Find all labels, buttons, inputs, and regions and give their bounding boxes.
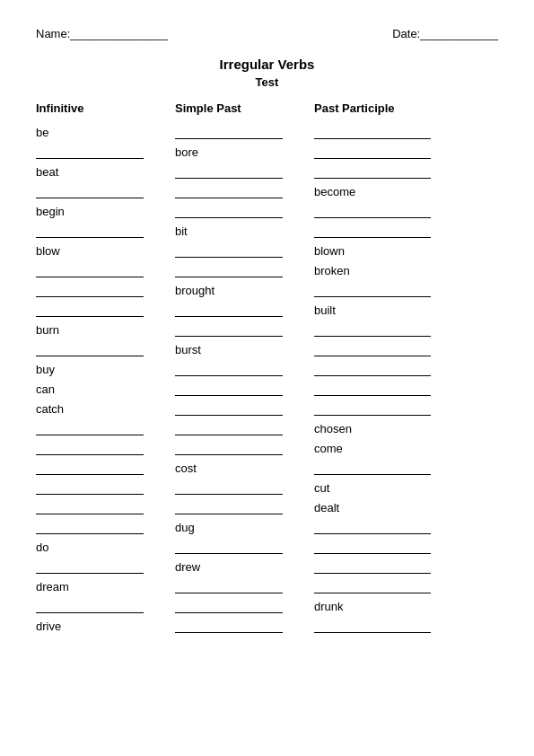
row-12-past-participle	[314, 359, 471, 379]
row-2-simple-past	[175, 162, 314, 181]
row-24-simple-past	[175, 596, 314, 616]
row-24-past-participle: drunk	[314, 596, 471, 616]
row-10-past-participle	[314, 320, 471, 339]
row-25-past-participle	[314, 616, 471, 636]
row-23-infinitive: dream	[36, 576, 175, 596]
row-15-past-participle: chosen	[314, 418, 471, 438]
row-5-past-participle	[314, 221, 471, 241]
row-23-simple-past	[175, 576, 314, 596]
row-13-infinitive: can	[36, 379, 175, 399]
row-6-infinitive: blow	[36, 241, 175, 260]
row-3-simple-past	[175, 181, 314, 201]
row-18-past-participle: cut	[314, 478, 471, 497]
row-14-past-participle	[314, 399, 471, 418]
row-25-simple-past	[175, 616, 314, 636]
row-17-past-participle	[314, 458, 471, 478]
row-22-infinitive	[36, 557, 175, 576]
col-past-participle: Past Participle	[314, 101, 471, 115]
row-15-infinitive	[36, 418, 175, 438]
row-9-infinitive	[36, 300, 175, 320]
row-16-simple-past	[175, 438, 314, 458]
row-20-simple-past: dug	[175, 517, 314, 537]
row-6-simple-past	[175, 241, 314, 260]
row-9-past-participle: built	[314, 300, 471, 320]
row-10-simple-past	[175, 320, 314, 339]
col-simple-past: Simple Past	[175, 101, 314, 115]
page-title: Irregular Verbs	[36, 57, 498, 72]
row-7-past-participle: broken	[314, 260, 471, 280]
row-1-past-participle	[314, 142, 471, 162]
row-13-past-participle	[314, 379, 471, 399]
row-6-past-participle: blown	[314, 241, 471, 260]
row-20-infinitive	[36, 517, 175, 537]
row-14-infinitive: catch	[36, 399, 175, 418]
row-12-infinitive: buy	[36, 359, 175, 379]
row-0-simple-past	[175, 122, 314, 142]
row-4-simple-past	[175, 201, 314, 221]
row-2-infinitive: beat	[36, 162, 175, 181]
row-21-past-participle	[314, 537, 471, 557]
row-0-past-participle	[314, 122, 471, 142]
row-19-past-participle: dealt	[314, 497, 471, 517]
row-21-infinitive: do	[36, 537, 175, 557]
row-3-infinitive	[36, 181, 175, 201]
row-11-infinitive	[36, 339, 175, 359]
row-3-past-participle: become	[314, 181, 471, 201]
row-9-simple-past	[175, 300, 314, 320]
row-1-infinitive	[36, 142, 175, 162]
row-5-infinitive	[36, 221, 175, 241]
verb-table: beborebeatbecomebeginbitblowblownbrokenb…	[36, 122, 498, 636]
row-8-past-participle	[314, 280, 471, 300]
row-18-simple-past	[175, 478, 314, 497]
col-infinitive: Infinitive	[36, 101, 175, 115]
row-20-past-participle	[314, 517, 471, 537]
row-0-infinitive: be	[36, 122, 175, 142]
row-17-simple-past: cost	[175, 458, 314, 478]
row-18-infinitive	[36, 478, 175, 497]
row-2-past-participle	[314, 162, 471, 181]
row-16-past-participle: come	[314, 438, 471, 458]
row-21-simple-past	[175, 537, 314, 557]
date-label: Date:____________	[392, 27, 498, 40]
row-24-infinitive	[36, 596, 175, 616]
row-5-simple-past: bit	[175, 221, 314, 241]
row-11-simple-past: burst	[175, 339, 314, 359]
row-13-simple-past	[175, 379, 314, 399]
row-23-past-participle	[314, 576, 471, 596]
row-25-infinitive: drive	[36, 616, 175, 636]
row-8-infinitive	[36, 280, 175, 300]
row-19-simple-past	[175, 497, 314, 517]
row-7-simple-past	[175, 260, 314, 280]
row-4-infinitive: begin	[36, 201, 175, 221]
page-subtitle: Test	[36, 75, 498, 89]
row-15-simple-past	[175, 418, 314, 438]
row-19-infinitive	[36, 497, 175, 517]
row-8-simple-past: brought	[175, 280, 314, 300]
row-22-simple-past: drew	[175, 557, 314, 576]
row-16-infinitive	[36, 438, 175, 458]
row-1-simple-past: bore	[175, 142, 314, 162]
row-17-infinitive	[36, 458, 175, 478]
name-label: Name:_______________	[36, 27, 168, 40]
row-11-past-participle	[314, 339, 471, 359]
row-14-simple-past	[175, 399, 314, 418]
row-7-infinitive	[36, 260, 175, 280]
row-22-past-participle	[314, 557, 471, 576]
row-10-infinitive: burn	[36, 320, 175, 339]
row-12-simple-past	[175, 359, 314, 379]
row-4-past-participle	[314, 201, 471, 221]
